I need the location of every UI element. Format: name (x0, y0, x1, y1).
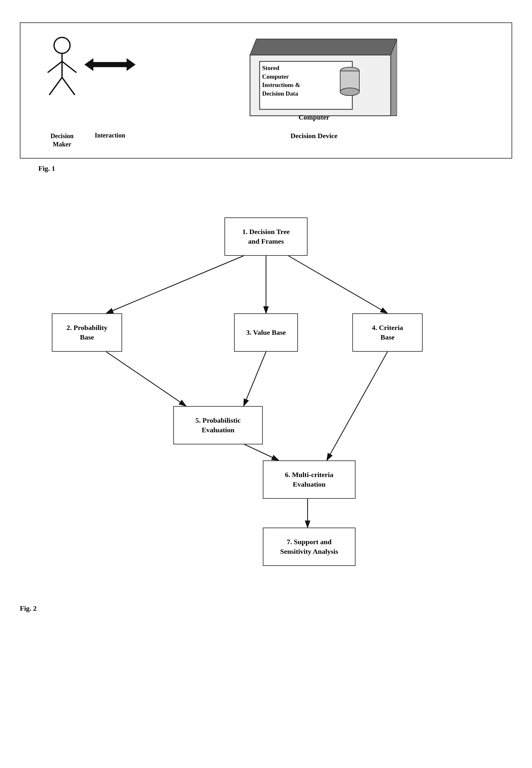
svg-point-0 (54, 37, 70, 53)
svg-line-21 (244, 352, 266, 406)
svg-point-15 (340, 88, 359, 96)
computer-device: Stored Computer Instructions & Decision … (136, 36, 492, 125)
flowchart-box-5: 5. Probabilistic Evaluation (173, 406, 263, 444)
svg-line-5 (62, 77, 75, 95)
flowchart-box-7: 7. Support and Sensitivity Analysis (263, 528, 356, 566)
interaction-arrow (84, 55, 136, 74)
svg-line-4 (49, 77, 62, 95)
flowchart: 1. Decision Tree and Frames 2. Probabili… (20, 195, 512, 598)
flowchart-box-2: 2. Probability Base (52, 313, 122, 352)
decision-device-label: Decision Device (136, 132, 492, 140)
svg-marker-6 (84, 58, 93, 71)
fig2-wrapper: 1. Decision Tree and Frames 2. Probabili… (19, 195, 513, 613)
flowchart-box-3: 3. Value Base (234, 313, 298, 352)
decision-maker-label: DecisionMaker (40, 132, 84, 148)
fig1-caption: Fig. 1 (38, 164, 513, 173)
svg-marker-9 (250, 39, 397, 55)
fig1-diagram: Stored Computer Instructions & Decision … (20, 22, 512, 159)
flowchart-box-4: 4. Criteria Base (352, 313, 423, 352)
svg-marker-7 (127, 58, 136, 71)
fig2-caption: Fig. 2 (20, 604, 512, 613)
flowchart-box-1: 1. Decision Tree and Frames (224, 217, 308, 256)
svg-line-3 (62, 61, 76, 73)
computer-label: Computer (299, 113, 330, 121)
computer-inner-text: Stored Computer Instructions & Decision … (262, 64, 333, 98)
interaction-label: Interaction (84, 132, 136, 139)
flowchart-box-6: 6. Multi-criteria Evaluation (263, 460, 356, 499)
svg-rect-8 (92, 62, 128, 67)
svg-line-2 (48, 61, 62, 73)
stick-figure (40, 36, 84, 100)
svg-line-22 (327, 352, 387, 460)
cylinder-icon (338, 65, 362, 101)
fig2-diagram: 1. Decision Tree and Frames 2. Probabili… (20, 195, 512, 613)
svg-line-17 (106, 256, 244, 313)
fig1-labels: DecisionMaker Interaction Decision Devic… (40, 132, 492, 148)
svg-line-19 (288, 256, 387, 313)
svg-line-20 (106, 352, 186, 406)
